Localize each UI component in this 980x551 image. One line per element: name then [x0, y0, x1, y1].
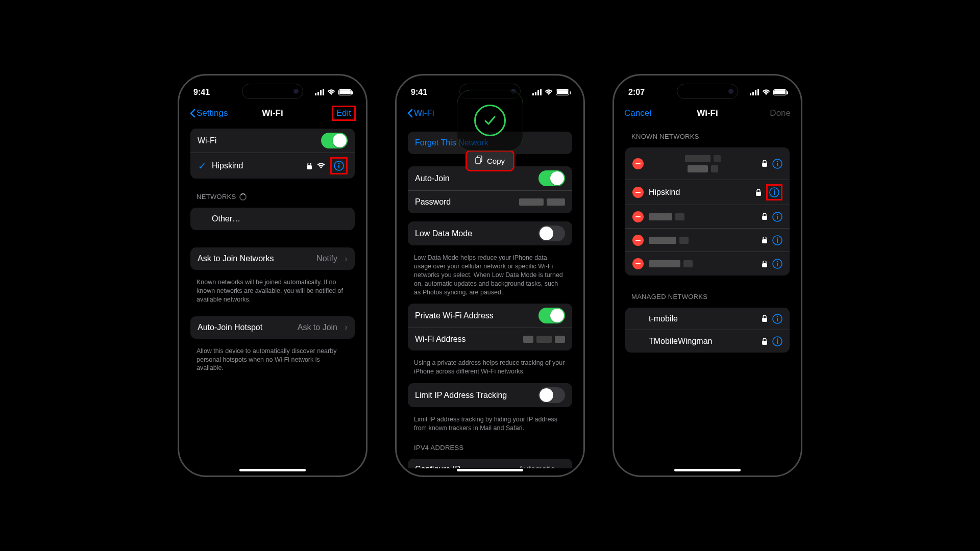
svg-rect-8 [532, 93, 534, 95]
svg-rect-30 [762, 239, 767, 243]
ask-to-join-row[interactable]: Ask to Join Networks Notify › [190, 247, 355, 270]
checkmark-icon: ✓ [198, 160, 207, 172]
delete-button[interactable] [632, 211, 644, 222]
svg-rect-3 [323, 89, 324, 95]
private-address-row: Private Wi-Fi Address [408, 304, 572, 328]
copy-icon [475, 156, 483, 166]
back-button[interactable]: Settings [189, 108, 228, 118]
lock-icon [307, 163, 312, 169]
ipv4-header: IPV4 ADDRESS [405, 435, 575, 454]
ask-to-join-footer: Known networks will be joined automatica… [187, 275, 358, 306]
auto-join-hotspot-row[interactable]: Auto-Join Hotspot Ask to Join › [190, 316, 355, 339]
svg-rect-25 [774, 191, 775, 195]
svg-rect-22 [756, 192, 761, 196]
home-indicator[interactable] [239, 469, 306, 471]
home-indicator[interactable] [457, 469, 523, 471]
known-network-row[interactable]: Hipskind [625, 180, 790, 205]
private-address-toggle[interactable] [538, 308, 565, 323]
status-bar: 9:41 [184, 82, 361, 103]
network-name: t-mobile [649, 314, 757, 323]
lock-icon [762, 315, 767, 322]
svg-rect-16 [755, 90, 756, 95]
svg-rect-45 [777, 340, 778, 344]
network-name [649, 237, 757, 244]
phone-wifi-edit: 2:07 Cancel Wi-Fi Done KNOWN NETWORKS Hi… [612, 74, 802, 477]
svg-point-32 [777, 237, 778, 239]
info-button[interactable] [772, 336, 782, 346]
back-button[interactable]: Wi-Fi [407, 108, 434, 118]
chevron-left-icon [407, 109, 413, 118]
delete-button[interactable] [632, 235, 644, 246]
info-button[interactable] [772, 235, 782, 245]
managed-networks-list: t-mobileTMobileWingman [625, 308, 790, 353]
svg-point-40 [777, 316, 778, 317]
svg-rect-2 [320, 90, 322, 95]
connected-network-row[interactable]: ✓ Hipskind [190, 153, 355, 179]
configure-ip-row[interactable]: Configure IP Automatic › [408, 459, 572, 468]
info-button[interactable] [772, 159, 782, 169]
info-button[interactable] [772, 212, 782, 222]
svg-rect-33 [777, 239, 778, 243]
phone-wifi-main: 9:41 Settings Wi-Fi Edit Wi-Fi ✓ Hipskin… [178, 74, 368, 477]
battery-icon [556, 89, 569, 95]
chevron-right-icon: › [345, 322, 348, 333]
cellular-icon [750, 89, 759, 95]
svg-rect-29 [777, 216, 778, 219]
svg-rect-10 [537, 90, 539, 95]
managed-network-row[interactable]: TMobileWingman [625, 330, 790, 353]
svg-rect-1 [317, 92, 319, 95]
other-network-row[interactable]: Other… [190, 208, 355, 230]
home-indicator[interactable] [674, 469, 741, 471]
password-row[interactable]: Password [408, 191, 572, 213]
edit-button[interactable]: Edit [332, 106, 356, 121]
info-button[interactable] [772, 314, 782, 324]
limit-ip-toggle[interactable] [538, 387, 565, 403]
private-address-footer: Using a private address helps reduce tra… [405, 356, 575, 378]
svg-rect-14 [750, 93, 751, 95]
known-network-row[interactable] [625, 229, 790, 252]
svg-rect-0 [315, 93, 316, 95]
info-button[interactable] [772, 259, 782, 269]
svg-rect-15 [752, 92, 754, 95]
svg-point-44 [777, 338, 778, 340]
svg-rect-4 [307, 165, 312, 169]
managed-networks-header: MANAGED NETWORKS [622, 284, 793, 303]
limit-ip-row: Limit IP Address Tracking [408, 383, 572, 407]
done-button[interactable]: Done [770, 108, 791, 118]
status-time: 9:41 [193, 88, 210, 97]
known-networks-list: Hipskind [625, 147, 790, 276]
info-button[interactable] [766, 184, 782, 201]
lock-icon [762, 213, 767, 220]
info-button[interactable] [330, 157, 348, 174]
low-data-toggle[interactable] [538, 226, 565, 241]
delete-button[interactable] [632, 258, 644, 269]
svg-rect-17 [757, 89, 759, 95]
wifi-status-icon [545, 89, 553, 95]
managed-network-row[interactable]: t-mobile [625, 308, 790, 330]
chevron-left-icon [189, 109, 195, 118]
known-networks-header: KNOWN NETWORKS [622, 123, 793, 142]
nav-bar: Cancel Wi-Fi Done [619, 103, 796, 123]
svg-point-6 [338, 163, 340, 164]
known-network-row[interactable] [625, 252, 790, 276]
lock-icon [762, 160, 767, 167]
auto-join-toggle[interactable] [538, 170, 565, 186]
password-value-obscured [519, 198, 565, 206]
delete-button[interactable] [632, 158, 644, 169]
known-network-row[interactable] [625, 205, 790, 229]
known-network-row[interactable] [625, 147, 790, 180]
svg-rect-42 [762, 341, 767, 345]
success-overlay [457, 90, 523, 151]
wifi-status-icon [762, 89, 770, 95]
lock-icon [762, 261, 767, 267]
copy-popup[interactable]: Copy [465, 150, 514, 171]
lock-icon [762, 237, 767, 243]
svg-rect-7 [338, 165, 339, 168]
svg-rect-9 [535, 92, 536, 95]
delete-button[interactable] [632, 187, 644, 198]
cancel-button[interactable]: Cancel [624, 108, 651, 118]
wifi-toggle[interactable] [321, 133, 348, 148]
battery-icon [773, 89, 787, 95]
svg-rect-34 [762, 263, 767, 267]
wifi-icon [317, 163, 325, 169]
